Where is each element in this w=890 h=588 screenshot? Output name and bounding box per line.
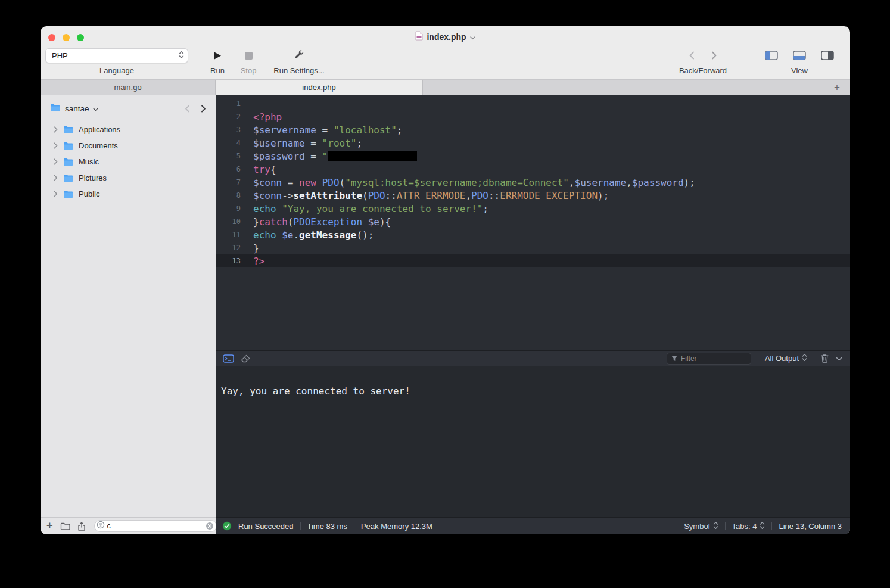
toggle-console-panel-icon[interactable] (793, 51, 806, 60)
symbol-label: Symbol (684, 522, 709, 531)
export-button[interactable] (77, 522, 86, 531)
run-button[interactable] (213, 48, 222, 63)
file-tree: ApplicationsDocumentsMusicPicturesPublic (41, 117, 216, 517)
sidebar-header: santae (41, 95, 216, 117)
sidebar-item-label: Applications (79, 125, 120, 134)
tab-bar: main.go index.php + (41, 79, 850, 95)
file-sidebar: santae ApplicationsDocumentsMusicPicture… (41, 95, 216, 534)
tabs-size-select[interactable]: Tabs: 4 (732, 521, 765, 531)
disclosure-chevron-icon[interactable] (54, 175, 58, 181)
sidebar-item-label: Pictures (79, 173, 107, 182)
code-line-10[interactable]: 10}catch(PDOException $e){ (216, 215, 850, 228)
new-folder-button[interactable] (60, 522, 70, 530)
console-output[interactable]: Yay, you are connected to server! (216, 366, 850, 517)
run-status-text: Run Succeeded (238, 522, 294, 531)
cursor-position-text: Line 13, Column 3 (779, 522, 842, 531)
tab-main-go[interactable]: main.go (41, 80, 216, 95)
console-output-text: Yay, you are connected to server! (221, 385, 844, 397)
code-line-4[interactable]: 4$username = "root"; (216, 136, 850, 150)
console-filter-field[interactable] (667, 353, 751, 365)
stop-button[interactable] (245, 48, 253, 63)
title-chevron-down-icon[interactable] (470, 32, 475, 42)
line-number: 10 (216, 217, 241, 226)
trash-icon[interactable] (821, 354, 829, 363)
divider (354, 522, 354, 530)
filter-icon (97, 521, 105, 531)
divider (771, 522, 772, 530)
disclosure-chevron-icon[interactable] (54, 126, 58, 133)
code-line-9[interactable]: 9echo "Yay, you are connected to server!… (216, 202, 850, 215)
code-line-8[interactable]: 8$conn->setAttribute(PDO::ATTR_ERRMODE,P… (216, 189, 850, 202)
divider (814, 354, 814, 363)
sidebar-item-music[interactable]: Music (41, 154, 216, 170)
code-line-3[interactable]: 3$servername = "localhost"; (216, 123, 850, 136)
disclosure-chevron-icon[interactable] (54, 191, 58, 197)
toggle-sidebar-panel-icon[interactable] (765, 51, 778, 60)
disclosure-chevron-icon[interactable] (54, 158, 58, 165)
clear-console-icon[interactable] (241, 354, 250, 363)
sidebar-item-documents[interactable]: Documents (41, 138, 216, 154)
code-line-13[interactable]: 13?> (216, 254, 850, 267)
code-line-11[interactable]: 11echo $e.getMessage(); (216, 228, 850, 241)
run-group: Run (204, 48, 231, 75)
language-select[interactable]: PHP (45, 48, 188, 63)
output-mode-select[interactable]: All Output (765, 353, 807, 363)
code-line-7[interactable]: 7$conn = new PDO("mysql:host=$servername… (216, 176, 850, 189)
folder-icon (63, 126, 73, 133)
root-chevron-down-icon[interactable] (93, 103, 98, 114)
redacted-password (328, 151, 417, 161)
stop-group: Stop (235, 48, 262, 75)
sidebar-item-label: Documents (79, 141, 118, 150)
tab-index-php[interactable]: index.php (216, 80, 423, 95)
code-line-1[interactable]: 1 (216, 97, 850, 110)
language-select-value: PHP (52, 51, 179, 60)
tabs-size-label: Tabs: 4 (732, 522, 757, 531)
sidebar-item-pictures[interactable]: Pictures (41, 170, 216, 186)
back-button[interactable] (689, 51, 695, 60)
folder-icon (63, 190, 73, 198)
line-number: 13 (216, 257, 241, 265)
line-number: 12 (216, 244, 241, 252)
sidebar-item-applications[interactable]: Applications (41, 122, 216, 138)
divider (300, 522, 301, 530)
sidebar-back-button[interactable] (185, 105, 190, 113)
line-number: 8 (216, 191, 241, 200)
stop-icon (245, 52, 253, 60)
code-line-5[interactable]: 5$password = " (216, 150, 850, 163)
folder-icon (63, 142, 73, 150)
run-settings-button[interactable] (294, 48, 304, 63)
php-file-icon (415, 31, 423, 43)
language-label: Language (99, 66, 134, 75)
code-line-2[interactable]: 2<?php (216, 110, 850, 123)
symbol-select[interactable]: Symbol (684, 521, 718, 531)
new-tab-button[interactable]: + (824, 80, 850, 95)
console-filter-input[interactable] (681, 354, 747, 363)
root-folder-icon (50, 103, 60, 114)
peak-memory-text: Peak Memory 12.3M (361, 522, 432, 531)
code-line-12[interactable]: 12} (216, 241, 850, 254)
main-area: santae ApplicationsDocumentsMusicPicture… (41, 95, 850, 534)
forward-button[interactable] (711, 51, 717, 60)
code-line-6[interactable]: 6try{ (216, 163, 850, 176)
code-editor[interactable]: 12<?php3$servername = "localhost";4$user… (216, 95, 850, 350)
collapse-console-icon[interactable] (835, 356, 843, 361)
disclosure-chevron-icon[interactable] (54, 142, 58, 149)
sidebar-item-public[interactable]: Public (41, 186, 216, 202)
clear-search-icon[interactable] (206, 522, 214, 530)
toolbar: PHP Language Run Stop Run Settings... Ba… (41, 48, 850, 79)
back-forward-group: Back/Forward (671, 48, 735, 75)
toggle-editor-panel-icon[interactable] (821, 51, 834, 60)
run-time-text: Time 83 ms (307, 522, 347, 531)
root-folder-name[interactable]: santae (65, 104, 89, 113)
line-number: 2 (216, 113, 241, 121)
line-number: 9 (216, 204, 241, 213)
line-number: 3 (216, 126, 241, 134)
sidebar-search-input[interactable] (107, 522, 203, 530)
console-icon[interactable] (223, 354, 234, 363)
add-file-button[interactable]: + (46, 520, 53, 531)
sidebar-search-field[interactable] (94, 520, 217, 532)
filter-funnel-icon (671, 353, 678, 364)
sidebar-bottom-toolbar: + (41, 517, 216, 534)
stepper-icon (713, 521, 718, 531)
sidebar-forward-button[interactable] (201, 105, 206, 113)
